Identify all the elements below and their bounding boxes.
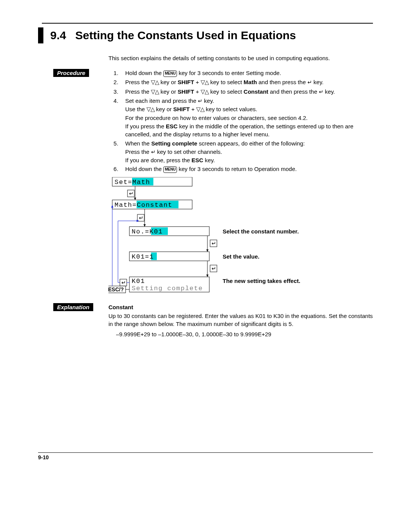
step-3: Press the ▽△ key or SHIFT + ▽△ key to se… bbox=[120, 88, 373, 96]
svg-text:↵: ↵ bbox=[139, 215, 143, 221]
explanation-paragraph: Up to 30 constants can be registered. En… bbox=[108, 312, 373, 328]
section-title: Setting the Constants Used in Equations bbox=[75, 29, 296, 42]
svg-text:Select the constant number.: Select the constant number. bbox=[223, 228, 299, 235]
step-6: Hold down the MENU key for 3 seconds to … bbox=[120, 165, 373, 173]
step-1: Hold down the MENU key for 3 seconds to … bbox=[120, 69, 373, 77]
procedure-badge: Procedure bbox=[53, 69, 89, 77]
svg-text:No.=K01: No.=K01 bbox=[132, 228, 163, 235]
svg-text:Math=Constant: Math=Constant bbox=[115, 201, 172, 209]
enter-icon: ↵ bbox=[307, 79, 312, 85]
explanation-body: Constant Up to 30 constants can be regis… bbox=[108, 303, 373, 338]
enter-icon: ↵ bbox=[198, 98, 202, 104]
triangles-icon: ▽△ bbox=[151, 79, 159, 86]
svg-text:Set the value.: Set the value. bbox=[223, 253, 260, 260]
svg-text:Set=Math: Set=Math bbox=[115, 179, 150, 186]
menu-keycap: MENU bbox=[163, 166, 177, 173]
enter-icon: ↵ bbox=[151, 149, 156, 155]
step-4: Set each item and press the ↵ key. Use t… bbox=[120, 97, 373, 139]
page-number: 9-10 bbox=[38, 452, 373, 460]
svg-text:K01: K01 bbox=[132, 278, 145, 285]
svg-text:Setting complete: Setting complete bbox=[132, 285, 203, 292]
enter-icon: ↵ bbox=[319, 89, 323, 95]
section-header: 9.4 Setting the Constants Used in Equati… bbox=[38, 27, 373, 43]
svg-text:The new setting takes effect.: The new setting takes effect. bbox=[223, 278, 300, 284]
svg-text:K01=1: K01=1 bbox=[132, 253, 154, 260]
menu-keycap: MENU bbox=[163, 70, 177, 77]
svg-text:↵: ↵ bbox=[212, 240, 216, 246]
title-bar-decor bbox=[38, 27, 43, 43]
triangles-icon: ▽△ bbox=[151, 88, 159, 95]
procedure-list: Hold down the MENU key for 3 seconds to … bbox=[108, 69, 373, 173]
intro-text: This section explains the details of set… bbox=[108, 55, 373, 61]
explanation-badge: Explanation bbox=[53, 303, 93, 311]
section-number: 9.4 bbox=[50, 29, 66, 42]
constant-heading: Constant bbox=[108, 303, 373, 311]
svg-text:↵: ↵ bbox=[129, 190, 134, 197]
svg-text:↵: ↵ bbox=[121, 280, 126, 286]
triangles-icon: ▽△ bbox=[147, 106, 155, 113]
step-2: Press the ▽△ key or SHIFT + ▽△ key to se… bbox=[120, 78, 373, 87]
triangles-icon: ▽△ bbox=[196, 106, 204, 113]
svg-text:ESC/?: ESC/? bbox=[108, 286, 124, 292]
triangles-icon: ▽△ bbox=[201, 79, 209, 86]
svg-text:↵: ↵ bbox=[212, 265, 216, 272]
menu-flow-diagram: Set=Math ↵ Math=Constant ↵ No.=K01 Selec… bbox=[108, 177, 373, 296]
triangles-icon: ▽△ bbox=[201, 88, 209, 95]
step-5: When the Setting complete screen appears… bbox=[120, 139, 373, 164]
constant-range: –9.9999E+29 to –1.0000E–30, 0, 1.0000E–3… bbox=[116, 330, 373, 338]
